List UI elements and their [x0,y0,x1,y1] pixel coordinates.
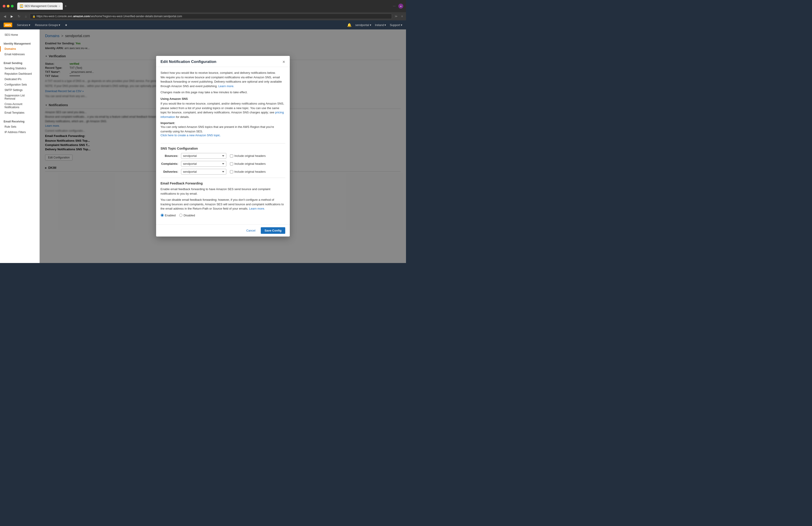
sidebar-section-home: SES Home [0,29,40,39]
aws-logo-box: aws [4,22,12,27]
divider-2 [161,178,285,178]
divider-1 [161,143,285,144]
deliveries-include-headers-wrapper: Include original headers [230,170,266,174]
region-nav-item[interactable]: Ireland ▾ [375,23,386,27]
deliveries-include-headers-label: Include original headers [234,170,266,174]
sidebar-item-email-addresses[interactable]: Email Addresses [0,51,40,57]
deliveries-include-headers-checkbox[interactable] [230,170,233,174]
sidebar-section-identity: Identity Management Domains Email Addres… [0,39,40,58]
complaints-include-headers-label: Include original headers [234,162,266,165]
support-nav-item[interactable]: Support ▾ [390,23,402,27]
sidebar-identity-title: Identity Management [0,41,40,46]
sidebar-item-ip-filters[interactable]: IP Address Filters [0,130,40,135]
sidebar-item-config-sets[interactable]: Configuration Sets [0,82,40,87]
complaints-row: Complaints: sendportal Include original … [161,161,285,167]
cancel-button[interactable]: Cancel [243,227,259,234]
sidebar-email-sending-title: Email Sending [0,61,40,66]
aws-top-nav: aws Services ▾ Resource Groups ▾ ★ 🔔 sen… [0,20,406,29]
services-nav-item[interactable]: Services ▾ [17,23,30,27]
sidebar-section-email-sending: Email Sending Sending Statistics Reputat… [0,58,40,116]
sidebar-item-dedicated-ips[interactable]: Dedicated IPs [0,76,40,82]
modal-header: Edit Notification Configuration × [156,56,290,67]
address-bar[interactable]: 🔒 https://eu-west-1.console.aws.amazon.c… [30,14,392,19]
disabled-radio-label[interactable]: Disabled [179,214,195,217]
modal-title: Edit Notification Configuration [161,60,216,64]
modal-body: Select how you would like to receive bou… [156,67,290,224]
email-forwarding-title: Email Feedback Forwarding [161,181,285,185]
notifications-bell[interactable]: 🔔 [347,23,352,27]
complaints-select[interactable]: sendportal [181,161,226,167]
close-traffic-light[interactable] [3,5,5,7]
user-nav-item[interactable]: sendportal ▾ [355,23,371,27]
enabled-radio-label[interactable]: Enabled [161,214,176,217]
modal-footer: Cancel Save Config [156,224,290,237]
tab-label: SES Management Console [25,4,57,8]
home-button[interactable]: ⌂ [24,14,28,19]
important-text: You can only select Amazon SNS topics th… [161,125,274,133]
tab-close-button[interactable]: × [59,5,60,7]
complaints-include-headers-wrapper: Include original headers [230,162,266,165]
sidebar-item-smtp[interactable]: SMTP Settings [0,87,40,93]
create-sns-topic-link[interactable]: Click here to create a new Amazon SNS to… [161,134,221,137]
reload-button[interactable]: ↻ [16,14,22,19]
secure-icon: 🔒 [32,15,35,18]
ef-learn-more-link[interactable]: Learn more. [249,207,265,210]
using-sns-title: Using Amazon SNS [161,97,285,101]
aws-logo: aws [4,22,12,27]
modal-close-button[interactable]: × [282,60,285,64]
browser-chrome: 📧 SES Management Console × + ⋯ ∞ [0,0,406,12]
tab-bar: 📧 SES Management Console × + [17,2,390,10]
content-area: Domains > sendportal.com Enabled for Sen… [40,29,406,263]
edit-notification-modal: Edit Notification Configuration × Select… [156,56,290,237]
complaints-include-headers-checkbox[interactable] [230,162,233,165]
minimize-traffic-light[interactable] [7,5,10,7]
enabled-radio-input[interactable] [161,214,164,217]
aws-nav-right: 🔔 sendportal ▾ Ireland ▾ Support ▾ [347,23,402,27]
maximize-traffic-light[interactable] [11,5,14,7]
sidebar-item-sending-stats[interactable]: Sending Statistics [0,66,40,71]
ef-description: Enable email feedback forwarding to have… [161,187,285,196]
profile-icon[interactable]: ∞ [398,4,403,9]
url-text: https://eu-west-1.console.aws.amazon.com… [37,15,182,18]
modal-desc-1: Select how you would like to receive bou… [161,71,285,88]
important-section: Important: You can only select Amazon SN… [161,121,285,134]
ef-warning: You can disable email feedback forwardin… [161,198,285,211]
new-tab-button[interactable]: + [64,3,68,9]
menu-button[interactable]: ≡ [400,14,404,19]
important-label: Important: [161,121,175,125]
sidebar-section-receiving: Email Receiving Rule Sets IP Address Fil… [0,116,40,136]
sidebar-receiving-title: Email Receiving [0,119,40,124]
using-sns-desc: If you would like to receive bounce, com… [161,101,285,119]
more-button[interactable]: ≫ [394,14,398,19]
bounces-include-headers-checkbox[interactable] [230,154,233,157]
sidebar-item-reputation[interactable]: Reputation Dashboard [0,71,40,76]
deliveries-row: Deliveries: sendportal Include original … [161,169,285,175]
sidebar-item-cross-account[interactable]: Cross-Account Notifications [0,101,40,110]
deliveries-select[interactable]: sendportal [181,169,226,175]
active-tab[interactable]: 📧 SES Management Console × [17,2,63,10]
main-layout: SES Home Identity Management Domains Ema… [0,29,406,263]
bounces-select[interactable]: sendportal [181,153,226,159]
sidebar-item-templates[interactable]: Email Templates [0,110,40,116]
modal-changes-notice: Changes made on this page may take a few… [161,91,285,94]
save-config-button[interactable]: Save Config [261,227,285,234]
bounces-row: Bounces: sendportal Include original hea… [161,153,285,159]
forward-button[interactable]: ▶ [9,14,14,19]
extensions-button[interactable]: ⋯ [392,4,396,9]
modal-learn-more-link[interactable]: Learn more. [218,85,234,88]
sidebar-item-ses-home[interactable]: SES Home [0,32,40,37]
tab-favicon: 📧 [20,4,23,8]
traffic-lights [3,5,14,7]
modal-overlay: Edit Notification Configuration × Select… [40,29,406,263]
sidebar-item-suppression[interactable]: Suppression List Removal [0,93,40,101]
deliveries-label: Deliveries: [161,170,181,174]
disabled-radio-input[interactable] [179,214,183,217]
favorites-nav-item[interactable]: ★ [65,23,68,27]
bounces-include-headers-wrapper: Include original headers [230,154,266,157]
sidebar-item-rule-sets[interactable]: Rule Sets [0,124,40,130]
address-bar-row: ◀ ▶ ↻ ⌂ 🔒 https://eu-west-1.console.aws.… [0,12,406,20]
complaints-label: Complaints: [161,162,181,165]
back-button[interactable]: ◀ [2,14,8,19]
resource-groups-nav-item[interactable]: Resource Groups ▾ [35,23,60,27]
sidebar-item-domains[interactable]: Domains [0,46,40,51]
